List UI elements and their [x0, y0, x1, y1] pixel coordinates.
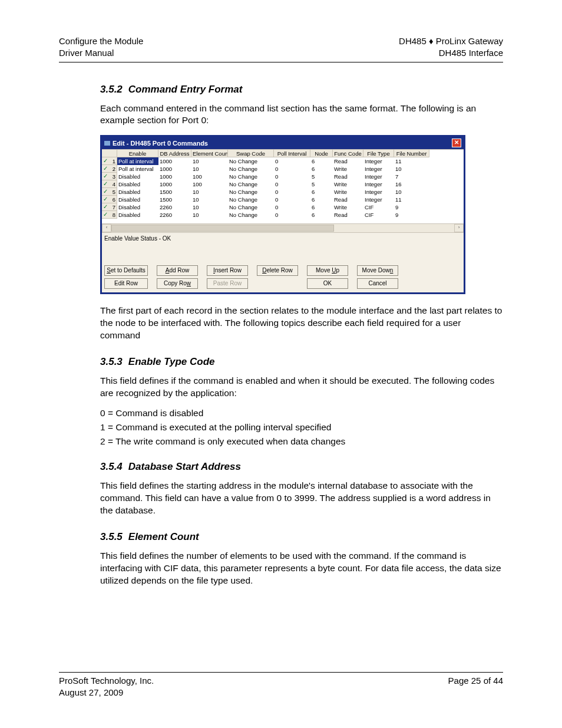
grid-header-row: Enable DB Address Element Count Swap Cod… — [102, 150, 464, 157]
document-page: Configure the Module Driver Manual DH485… — [0, 0, 562, 728]
dialog-button-area: Set to Defaults Add Row Insert Row Delet… — [102, 265, 464, 292]
insert-row-button[interactable]: Insert Row — [207, 265, 248, 276]
horizontal-scrollbar[interactable]: ‹ › — [102, 223, 464, 232]
heading-3-5-2: 3.5.2Command Entry Format — [100, 84, 503, 95]
header-left-2: Driver Manual — [59, 47, 143, 59]
header-left-1: Configure the Module — [59, 35, 143, 47]
footer-page-number: Page 25 of 44 — [448, 675, 503, 687]
para-3-5-2-after: The first part of each record in the sec… — [100, 305, 503, 342]
para-3-5-2-intro: Each command entered in the command list… — [100, 103, 503, 127]
paste-row-button[interactable]: Paste Row — [207, 278, 248, 289]
table-row[interactable]: ✓7Disabled226010No Change06WriteCIF9 — [102, 203, 464, 211]
heading-3-5-5: 3.5.5Element Count — [100, 531, 503, 543]
scroll-right-icon[interactable]: › — [454, 224, 464, 232]
dialog-titlebar: Edit - DH485 Port 0 Commands ✕ — [102, 137, 464, 149]
close-icon[interactable]: ✕ — [452, 139, 461, 147]
table-row[interactable]: ✓3Disabled1000100No Change05ReadInteger7 — [102, 173, 464, 180]
set-defaults-button[interactable]: Set to Defaults — [104, 265, 148, 276]
page-header: Configure the Module Driver Manual DH485… — [59, 35, 503, 62]
edit-row-button[interactable]: Edit Row — [104, 278, 148, 289]
para-3-5-5: This field defines the number of element… — [100, 550, 503, 587]
table-row[interactable]: ✓6Disabled150010No Change06ReadInteger11 — [102, 196, 464, 203]
app-icon — [104, 141, 110, 146]
commands-grid[interactable]: Enable DB Address Element Count Swap Cod… — [102, 149, 464, 233]
table-row[interactable]: ✓2Poll at interval100010No Change06Write… — [102, 165, 464, 173]
enable-code-2: 2 = The write command is only executed w… — [100, 436, 503, 447]
table-row[interactable]: ✓4Disabled1000100No Change05WriteInteger… — [102, 180, 464, 188]
table-row[interactable]: ✓1Poll at interval100010No Change06ReadI… — [102, 157, 464, 165]
header-right-2: DH485 Interface — [399, 47, 503, 59]
table-row[interactable]: ✓8Disabled226010No Change06ReadCIF9 — [102, 211, 464, 219]
enable-code-0: 0 = Command is disabled — [100, 408, 503, 419]
enable-code-1: 1 = Command is executed at the polling i… — [100, 422, 503, 433]
footer-date: August 27, 2009 — [59, 687, 154, 699]
table-row[interactable]: ✓5Disabled150010No Change06WriteInteger1… — [102, 188, 464, 196]
add-row-button[interactable]: Add Row — [157, 265, 198, 276]
heading-3-5-4: 3.5.4Database Start Address — [100, 461, 503, 473]
heading-3-5-3: 3.5.3Enable Type Code — [100, 356, 503, 368]
copy-row-button[interactable]: Copy Row — [157, 278, 198, 289]
scroll-left-icon[interactable]: ‹ — [102, 224, 111, 232]
status-text: Enable Value Status - OK — [102, 233, 464, 263]
ok-button[interactable]: OK — [307, 278, 348, 289]
para-3-5-4: This field defines the starting address … — [100, 480, 503, 517]
page-footer: ProSoft Technology, Inc. August 27, 2009… — [59, 672, 503, 699]
para-3-5-3-intro: This field defines if the command is ena… — [100, 375, 503, 400]
move-up-button[interactable]: Move Up — [307, 265, 348, 276]
dialog-title-text: Edit - DH485 Port 0 Commands — [113, 140, 208, 147]
page-content: 3.5.2Command Entry Format Each command e… — [59, 84, 503, 587]
delete-row-button[interactable]: Delete Row — [257, 265, 298, 276]
edit-commands-dialog: Edit - DH485 Port 0 Commands ✕ Enable DB… — [100, 135, 465, 294]
header-right-1: DH485 ♦ ProLinx Gateway — [399, 35, 503, 47]
cancel-button[interactable]: Cancel — [357, 278, 398, 289]
move-down-button[interactable]: Move Down — [357, 265, 398, 276]
footer-company: ProSoft Technology, Inc. — [59, 675, 154, 687]
